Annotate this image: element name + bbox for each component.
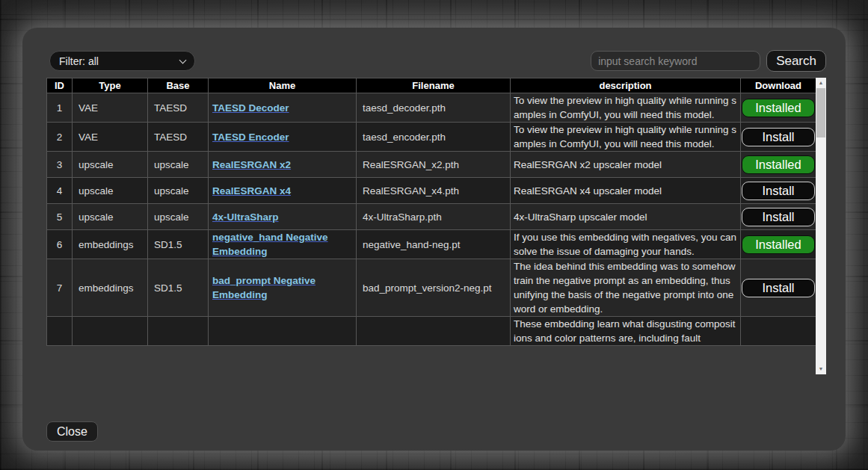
cell-id: 7 <box>47 259 73 317</box>
model-table-container: IDTypeBaseNameFilenamedescriptionDownloa… <box>46 78 826 374</box>
table-row: These embedding learn what disgusting co… <box>47 317 816 346</box>
cell-id: 2 <box>47 123 73 152</box>
cell-type: VAE <box>73 123 148 152</box>
table-row: 4upscaleupscaleRealESRGAN x4RealESRGAN_x… <box>47 178 816 204</box>
cell-type: VAE <box>73 93 148 123</box>
cell-type <box>73 317 148 346</box>
toolbar: Filter: all Search <box>46 50 826 72</box>
cell-id: 4 <box>47 178 73 204</box>
cell-download: Install <box>741 259 816 317</box>
model-name-link[interactable]: TAESD Decoder <box>212 102 289 114</box>
cell-id: 6 <box>47 230 73 259</box>
cell-base: TAESD <box>148 93 209 123</box>
install-button[interactable]: Install <box>742 208 815 226</box>
cell-download: Installed <box>741 152 816 178</box>
cell-download: Install <box>741 204 816 230</box>
cell-name <box>209 317 357 346</box>
scroll-up-icon[interactable]: ▲ <box>816 78 826 88</box>
cell-base: upscale <box>148 178 209 204</box>
model-manager-dialog: Filter: all Search IDTypeBaseNameFilenam… <box>22 28 846 451</box>
installed-button[interactable]: Installed <box>742 99 815 117</box>
cell-base <box>148 317 209 346</box>
cell-filename: RealESRGAN_x2.pth <box>357 152 511 178</box>
cell-id <box>47 317 73 346</box>
installed-button[interactable]: Installed <box>742 155 815 174</box>
cell-filename: negative_hand-neg.pt <box>357 230 511 259</box>
model-table: IDTypeBaseNameFilenamedescriptionDownloa… <box>46 78 816 346</box>
cell-id: 5 <box>47 204 73 230</box>
cell-name: 4x-UltraSharp <box>209 204 357 230</box>
cell-name: RealESRGAN x4 <box>209 178 357 204</box>
cell-base: SD1.5 <box>148 230 209 259</box>
cell-type: upscale <box>73 152 148 178</box>
cell-filename: RealESRGAN_x4.pth <box>357 178 511 204</box>
column-header-description: description <box>511 78 741 93</box>
cell-filename: 4x-UltraSharp.pth <box>357 204 511 230</box>
cell-download: Installed <box>741 230 816 259</box>
cell-type: embeddings <box>73 259 148 317</box>
cell-download <box>741 317 816 346</box>
cell-name: negative_hand Negative Embedding <box>209 230 357 259</box>
install-button[interactable]: Install <box>742 182 815 200</box>
cell-base: upscale <box>148 152 209 178</box>
table-header-row: IDTypeBaseNameFilenamedescriptionDownloa… <box>47 78 816 93</box>
cell-download: Install <box>741 178 816 204</box>
table-row: 1VAETAESDTAESD Decodertaesd_decoder.pthT… <box>47 93 816 123</box>
cell-name: bad_prompt Negative Embedding <box>209 259 357 317</box>
cell-type: upscale <box>73 204 148 230</box>
cell-id: 3 <box>47 152 73 178</box>
cell-filename: taesd_decoder.pth <box>357 93 511 123</box>
cell-name: TAESD Decoder <box>209 93 357 123</box>
cell-filename <box>357 317 511 346</box>
cell-description: RealESRGAN x2 upscaler model <box>511 152 741 178</box>
cell-description: RealESRGAN x4 upscaler model <box>511 178 741 204</box>
installed-button[interactable]: Installed <box>742 235 815 254</box>
model-name-link[interactable]: RealESRGAN x2 <box>212 159 291 170</box>
cell-filename: taesd_encoder.pth <box>357 123 511 152</box>
cell-description: 4x-UltraSharp upscaler model <box>511 204 741 230</box>
model-name-link[interactable]: bad_prompt Negative Embedding <box>212 275 316 300</box>
model-name-link[interactable]: TAESD Encoder <box>212 132 289 143</box>
model-name-link[interactable]: RealESRGAN x4 <box>212 185 291 197</box>
column-header-type: Type <box>73 78 148 93</box>
cell-id: 1 <box>47 93 73 123</box>
table-row: 2VAETAESDTAESD Encodertaesd_encoder.pthT… <box>47 123 816 152</box>
cell-name: RealESRGAN x2 <box>209 152 357 178</box>
cell-name: TAESD Encoder <box>209 123 357 152</box>
model-name-link[interactable]: negative_hand Negative Embedding <box>212 232 328 257</box>
column-header-filename: Filename <box>357 78 511 93</box>
table-scrollbar[interactable]: ▲ ▼ <box>816 78 826 374</box>
cell-description: To view the preview in high quality whil… <box>511 123 741 152</box>
cell-description: To view the preview in high quality whil… <box>511 93 741 123</box>
table-row: 3upscaleupscaleRealESRGAN x2RealESRGAN_x… <box>47 152 816 178</box>
install-button[interactable]: Install <box>742 279 815 297</box>
cell-download: Installed <box>741 93 816 123</box>
model-name-link[interactable]: 4x-UltraSharp <box>212 211 279 223</box>
cell-base: TAESD <box>148 123 209 152</box>
search-button[interactable]: Search <box>766 50 826 72</box>
table-row: 7embeddingsSD1.5bad_prompt Negative Embe… <box>47 259 816 317</box>
table-row: 6embeddingsSD1.5negative_hand Negative E… <box>47 230 816 259</box>
column-header-base: Base <box>148 78 209 93</box>
scroll-down-icon[interactable]: ▼ <box>816 364 826 374</box>
search-input[interactable] <box>591 51 760 71</box>
filter-select-wrap: Filter: all <box>49 51 195 71</box>
cell-filename: bad_prompt_version2-neg.pt <box>357 259 511 317</box>
column-header-id: ID <box>47 78 73 93</box>
install-button[interactable]: Install <box>742 128 815 146</box>
cell-description: The idea behind this embedding was to so… <box>511 259 741 317</box>
cell-download: Install <box>741 123 816 152</box>
cell-type: embeddings <box>73 230 148 259</box>
scrollbar-thumb[interactable] <box>816 88 825 137</box>
filter-select[interactable]: Filter: all <box>49 51 195 71</box>
close-button[interactable]: Close <box>46 421 98 442</box>
model-table-body: 1VAETAESDTAESD Decodertaesd_decoder.pthT… <box>47 93 816 346</box>
column-header-download: Download <box>741 78 816 93</box>
cell-type: upscale <box>73 178 148 204</box>
table-row: 5upscaleupscale4x-UltraSharp4x-UltraShar… <box>47 204 816 230</box>
cell-base: SD1.5 <box>148 259 209 317</box>
cell-description: These embedding learn what disgusting co… <box>511 317 741 346</box>
cell-description: If you use this embedding with negatives… <box>511 230 741 259</box>
cell-base: upscale <box>148 204 209 230</box>
column-header-name: Name <box>209 78 357 93</box>
